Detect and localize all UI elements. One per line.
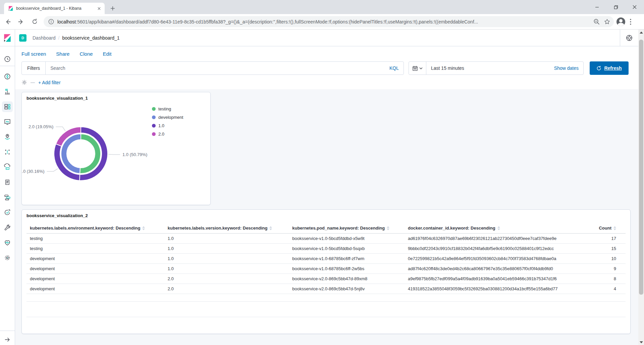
sidebar-item-infrastructure[interactable] xyxy=(2,162,13,172)
breadcrumb-separator: / xyxy=(58,35,60,41)
clone-link[interactable]: Clone xyxy=(79,51,93,57)
window-minimize-button[interactable] xyxy=(588,0,606,14)
zoom-out-icon[interactable] xyxy=(593,18,600,25)
refresh-label: Refresh xyxy=(604,65,622,71)
column-header[interactable]: kubernetes.labels.environment.keyword: D… xyxy=(26,224,164,234)
scrollbar-up-arrow[interactable] xyxy=(638,30,644,35)
calendar-icon xyxy=(412,65,418,71)
bookmark-star-icon[interactable] xyxy=(604,18,610,25)
calendar-button[interactable] xyxy=(409,62,426,75)
tab-title: booksservice_dashboard_1 - Kibana xyxy=(16,6,96,11)
browser-menu-icon[interactable] xyxy=(630,19,631,25)
panel-visualization-1: booksservice_visualization_1 1.0 (50.79%… xyxy=(21,92,211,205)
profile-avatar[interactable] xyxy=(616,17,625,26)
full-screen-link[interactable]: Full screen xyxy=(21,51,46,57)
new-tab-button[interactable] xyxy=(109,4,117,12)
browser-tab[interactable]: booksservice_dashboard_1 - Kibana xyxy=(4,3,105,14)
filter-settings-gear-icon[interactable] xyxy=(21,80,27,85)
table-cell: 1.0 xyxy=(164,234,289,244)
forward-button[interactable] xyxy=(15,16,27,28)
window-controls xyxy=(588,0,644,14)
table-cell: 2.0 xyxy=(164,284,289,294)
sort-caret-icon[interactable] xyxy=(613,226,616,230)
chevron-down-icon xyxy=(419,67,423,69)
search-input[interactable] xyxy=(46,65,385,71)
column-header[interactable]: docker.container_id.keyword: Descending xyxy=(405,224,563,234)
column-header[interactable]: kubernetes.pod_name.keyword: Descending xyxy=(289,224,405,234)
sidebar-item-discover[interactable] xyxy=(2,71,13,82)
table-cell: 419318522a3855048f3059bc5f326925ba030881… xyxy=(405,284,563,294)
edit-link[interactable]: Edit xyxy=(103,51,112,57)
page-scrollbar[interactable] xyxy=(638,30,644,345)
table-row: development2.0booksservice-v2.0-869c5bb4… xyxy=(26,274,626,284)
column-header[interactable]: Count xyxy=(563,224,626,234)
panel2-title[interactable]: booksservice_visualization_2 xyxy=(22,210,630,218)
sort-caret-icon[interactable] xyxy=(142,226,145,230)
legend-label: 2.0 xyxy=(158,132,164,137)
callout-line xyxy=(56,127,65,131)
sort-caret-icon[interactable] xyxy=(497,226,500,230)
table-row: development2.0booksservice-v2.0-869c5bb4… xyxy=(26,284,626,294)
collapse-navigation-icon[interactable] xyxy=(2,334,13,345)
table-cell: 8 xyxy=(563,274,626,284)
sidebar-item-canvas[interactable] xyxy=(2,116,13,127)
kql-selector[interactable]: KQL xyxy=(385,65,404,71)
refresh-button[interactable]: Refresh xyxy=(590,61,629,75)
table-row: testing1.0booksservice-v1.0-5bcd5fddbd-5… xyxy=(26,244,626,254)
table-cell: 17 xyxy=(563,234,626,244)
table-cell: booksservice-v1.0-68785bc6ff-2w5bs xyxy=(289,264,405,274)
window-close-button[interactable] xyxy=(625,0,644,14)
sidebar-item-management[interactable] xyxy=(2,252,13,263)
dashboard-grid: booksservice_visualization_1 1.0 (50.79%… xyxy=(15,89,638,334)
time-range-value[interactable]: Last 15 minutes xyxy=(426,65,549,71)
browser-toolbar: localhost:5601/app/kibana#/dashboard/add… xyxy=(0,14,644,30)
recently-viewed-icon[interactable] xyxy=(2,54,13,64)
table-cell: 4 xyxy=(563,284,626,294)
sidebar-item-maps[interactable] xyxy=(2,132,13,142)
sidebar-item-dashboard[interactable] xyxy=(2,101,13,112)
scrollbar-down-arrow[interactable] xyxy=(638,339,644,345)
window-restore-button[interactable] xyxy=(606,0,625,14)
share-link[interactable]: Share xyxy=(56,51,69,57)
page-info-icon[interactable] xyxy=(48,19,54,24)
sidebar-item-dev-tools[interactable] xyxy=(2,222,13,233)
space-avatar[interactable]: D xyxy=(19,34,26,42)
table-cell: ad87f4c620ff48c3de0ed4b2c68ca80667967e35… xyxy=(405,264,563,274)
column-header[interactable]: kubernetes.labels.version.keyword: Desce… xyxy=(164,224,289,234)
slice-label: 1.0 (50.79%) xyxy=(122,152,147,157)
sort-caret-icon[interactable] xyxy=(269,226,272,230)
sidebar-item-apm[interactable] xyxy=(2,192,13,203)
table-cell: booksservice-v1.0-68785bc6ff-zf7wm xyxy=(289,254,405,264)
url-text[interactable]: localhost:5601/app/kibana#/dashboard/add… xyxy=(57,19,589,24)
kibana-logo[interactable] xyxy=(0,30,15,46)
toolbar-right xyxy=(616,17,631,26)
sidebar-item-visualize[interactable] xyxy=(2,86,13,97)
add-filter-link[interactable]: + Add filter xyxy=(38,80,61,85)
help-icon[interactable] xyxy=(626,35,633,41)
address-bar[interactable]: localhost:5601/app/kibana#/dashboard/add… xyxy=(44,16,614,27)
scrollbar-thumb[interactable] xyxy=(639,40,643,295)
sidebar-bottom-divider xyxy=(0,331,15,331)
kibana-favicon xyxy=(8,6,13,11)
filter-separator: — xyxy=(31,80,35,85)
legend-item[interactable]: development xyxy=(152,115,183,120)
legend-item[interactable]: testing xyxy=(152,106,183,111)
sidebar-item-monitoring[interactable] xyxy=(2,237,13,248)
tab-close-icon[interactable] xyxy=(96,5,102,11)
reload-button[interactable] xyxy=(29,16,40,28)
breadcrumb-dashboard[interactable]: Dashboard xyxy=(33,35,56,41)
sort-caret-icon[interactable] xyxy=(387,226,389,230)
sidebar-item-logs[interactable] xyxy=(2,177,13,188)
data-table: kubernetes.labels.environment.keyword: D… xyxy=(26,224,626,294)
query-bar-row: Filters KQL xyxy=(21,61,631,75)
legend-item[interactable]: 1.0 xyxy=(152,123,183,128)
show-dates-link[interactable]: Show dates xyxy=(549,65,583,71)
sidebar-item-machine-learning[interactable] xyxy=(2,147,13,157)
sidebar-item-uptime[interactable] xyxy=(2,207,13,218)
legend-item[interactable]: 2.0 xyxy=(152,132,183,137)
table-cell: 1.0 xyxy=(164,244,289,254)
back-button[interactable] xyxy=(2,16,13,28)
filters-button[interactable]: Filters xyxy=(22,62,46,75)
chart-legend: testingdevelopment1.02.0 xyxy=(152,106,183,137)
table-cell: development xyxy=(26,284,164,294)
